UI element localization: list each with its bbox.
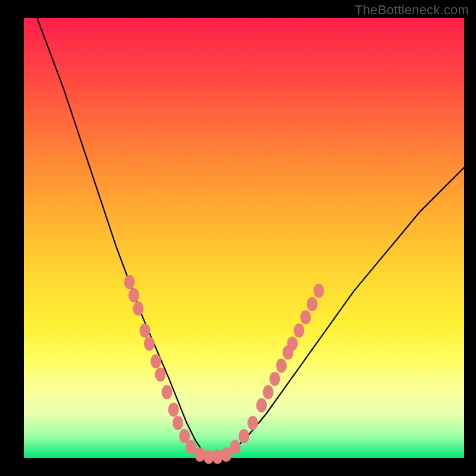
highlight-dot	[124, 275, 135, 289]
highlight-dot	[248, 416, 258, 430]
highlight-dot	[168, 403, 179, 417]
bottleneck-curve	[37, 18, 464, 458]
highlight-dot	[256, 398, 267, 412]
plot-area	[24, 18, 464, 458]
highlight-dot	[173, 416, 183, 430]
highlight-dot	[129, 288, 139, 302]
highlight-dot	[270, 372, 280, 386]
highlight-dot	[140, 323, 151, 337]
highlight-dot	[155, 367, 165, 381]
highlight-dot	[263, 385, 274, 399]
highlight-dot	[239, 429, 249, 443]
highlight-dot	[151, 354, 161, 368]
highlight-dot	[133, 301, 143, 315]
highlight-dot	[276, 359, 287, 373]
chart-frame: TheBottleneck.com	[0, 0, 476, 476]
highlight-dot	[287, 337, 298, 351]
highlight-dots	[124, 275, 324, 464]
highlight-dot	[221, 447, 231, 462]
highlight-dot	[162, 385, 173, 399]
highlight-dot	[144, 337, 155, 351]
highlight-dot	[294, 323, 305, 337]
highlight-dot	[186, 440, 196, 455]
highlight-dot	[314, 284, 324, 298]
highlight-dot	[300, 310, 311, 324]
highlight-dot	[230, 440, 240, 455]
chart-svg	[24, 18, 464, 458]
highlight-dot	[307, 297, 318, 311]
watermark-text: TheBottleneck.com	[355, 2, 469, 18]
